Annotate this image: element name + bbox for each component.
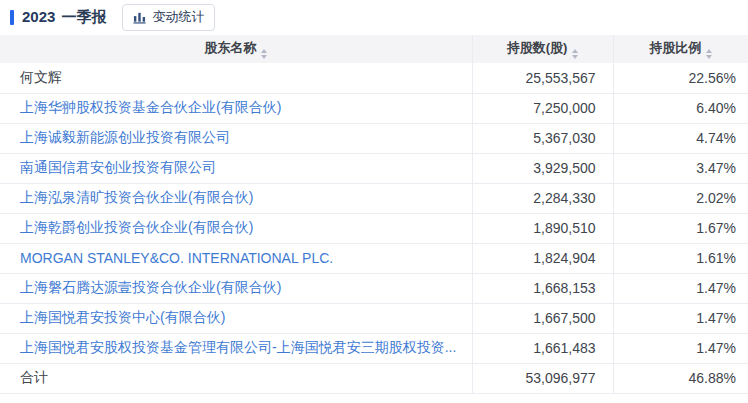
shareholding-ratio-cell: 1.47%	[613, 303, 748, 333]
sort-arrows-icon[interactable]	[572, 49, 578, 59]
shares-held-cell: 53,096,977	[472, 363, 613, 393]
shareholding-ratio-cell: 6.40%	[613, 93, 748, 123]
shareholder-name-cell: 上海乾爵创业投资合伙企业(有限合伙)	[0, 213, 472, 243]
shares-held-cell: 1,661,483	[472, 333, 613, 363]
shareholder-name-cell: 上海诚毅新能源创业投资有限公司	[0, 123, 472, 153]
shareholder-name-cell: 上海国悦君安投资中心(有限合伙)	[0, 303, 472, 333]
table-row: 何文辉25,553,56722.56%	[0, 63, 748, 93]
shareholder-link[interactable]: MORGAN STANLEY&CO. INTERNATIONAL PLC.	[20, 250, 333, 266]
sort-arrows-icon[interactable]	[706, 49, 712, 59]
shareholder-link[interactable]: 上海国悦君安股权投资基金管理有限公司-上海国悦君安三期股权投资...	[20, 339, 456, 355]
shareholder-link[interactable]: 上海诚毅新能源创业投资有限公司	[20, 129, 230, 145]
table-row: 上海国悦君安投资中心(有限合伙)1,667,5001.47%	[0, 303, 748, 333]
shareholder-name-cell: 上海磐石腾达源壹投资合伙企业(有限合伙)	[0, 273, 472, 303]
shareholder-name-cell: 南通国信君安创业投资有限公司	[0, 153, 472, 183]
shares-held-cell: 25,553,567	[472, 63, 613, 93]
table-row: 上海华翀股权投资基金合伙企业(有限合伙)7,250,0006.40%	[0, 93, 748, 123]
shareholder-name-cell: 何文辉	[0, 63, 472, 93]
column-header-label: 股东名称	[204, 40, 256, 55]
shareholding-ratio-cell: 1.61%	[613, 243, 748, 273]
bar-chart-icon	[133, 11, 146, 24]
total-row: 合计53,096,97746.88%	[0, 363, 748, 393]
report-period-label: 一季报	[61, 8, 106, 27]
shareholder-link[interactable]: 上海泓泉清旷投资合伙企业(有限合伙)	[20, 189, 253, 205]
table-row: 上海国悦君安股权投资基金管理有限公司-上海国悦君安三期股权投资...1,661,…	[0, 333, 748, 363]
shareholder-table: 股东名称持股数(股)持股比例 何文辉25,553,56722.56%上海华翀股权…	[0, 35, 748, 394]
sort-arrows-icon[interactable]	[261, 49, 267, 59]
shareholder-name-cell: 合计	[0, 363, 472, 393]
shares-held-cell: 1,890,510	[472, 213, 613, 243]
table-row: 上海磐石腾达源壹投资合伙企业(有限合伙)1,668,1531.47%	[0, 273, 748, 303]
column-header-shareholder-name[interactable]: 股东名称	[0, 35, 472, 63]
shareholding-ratio-cell: 1.67%	[613, 213, 748, 243]
table-row: 南通国信君安创业投资有限公司3,929,5003.47%	[0, 153, 748, 183]
shareholder-link[interactable]: 南通国信君安创业投资有限公司	[20, 159, 216, 175]
table-row: 上海乾爵创业投资合伙企业(有限合伙)1,890,5101.67%	[0, 213, 748, 243]
column-header-shareholding-ratio[interactable]: 持股比例	[613, 35, 748, 63]
report-header: 2023 一季报 变动统计	[0, 0, 748, 35]
shares-held-cell: 1,667,500	[472, 303, 613, 333]
accent-bar	[10, 10, 14, 25]
total-label: 合计	[20, 369, 48, 385]
table-row: 上海诚毅新能源创业投资有限公司5,367,0304.74%	[0, 123, 748, 153]
shareholder-name: 何文辉	[20, 69, 62, 85]
page-title: 2023 一季报	[22, 8, 106, 27]
change-statistics-label: 变动统计	[152, 8, 204, 26]
shareholder-link[interactable]: 上海华翀股权投资基金合伙企业(有限合伙)	[20, 99, 281, 115]
shares-held-cell: 7,250,000	[472, 93, 613, 123]
change-statistics-button[interactable]: 变动统计	[122, 4, 215, 31]
table-row: 上海泓泉清旷投资合伙企业(有限合伙)2,284,3302.02%	[0, 183, 748, 213]
shares-held-cell: 1,824,904	[472, 243, 613, 273]
shares-held-cell: 3,929,500	[472, 153, 613, 183]
table-row: MORGAN STANLEY&CO. INTERNATIONAL PLC.1,8…	[0, 243, 748, 273]
shareholder-name-cell: MORGAN STANLEY&CO. INTERNATIONAL PLC.	[0, 243, 472, 273]
column-header-shares-held[interactable]: 持股数(股)	[472, 35, 613, 63]
shareholding-ratio-cell: 46.88%	[613, 363, 748, 393]
shareholder-name-cell: 上海国悦君安股权投资基金管理有限公司-上海国悦君安三期股权投资...	[0, 333, 472, 363]
table-header-row: 股东名称持股数(股)持股比例	[0, 35, 748, 63]
shares-held-cell: 1,668,153	[472, 273, 613, 303]
column-header-label: 持股数(股)	[507, 40, 568, 55]
report-year: 2023	[22, 8, 55, 25]
shareholding-ratio-cell: 3.47%	[613, 153, 748, 183]
shareholder-link[interactable]: 上海乾爵创业投资合伙企业(有限合伙)	[20, 219, 253, 235]
shareholding-ratio-cell: 1.47%	[613, 333, 748, 363]
shares-held-cell: 2,284,330	[472, 183, 613, 213]
shares-held-cell: 5,367,030	[472, 123, 613, 153]
shareholder-name-cell: 上海泓泉清旷投资合伙企业(有限合伙)	[0, 183, 472, 213]
column-header-label: 持股比例	[649, 40, 701, 55]
shareholder-link[interactable]: 上海国悦君安投资中心(有限合伙)	[20, 309, 225, 325]
shareholder-name-cell: 上海华翀股权投资基金合伙企业(有限合伙)	[0, 93, 472, 123]
shareholding-ratio-cell: 22.56%	[613, 63, 748, 93]
shareholding-ratio-cell: 1.47%	[613, 273, 748, 303]
shareholding-ratio-cell: 4.74%	[613, 123, 748, 153]
shareholder-link[interactable]: 上海磐石腾达源壹投资合伙企业(有限合伙)	[20, 279, 281, 295]
shareholding-ratio-cell: 2.02%	[613, 183, 748, 213]
